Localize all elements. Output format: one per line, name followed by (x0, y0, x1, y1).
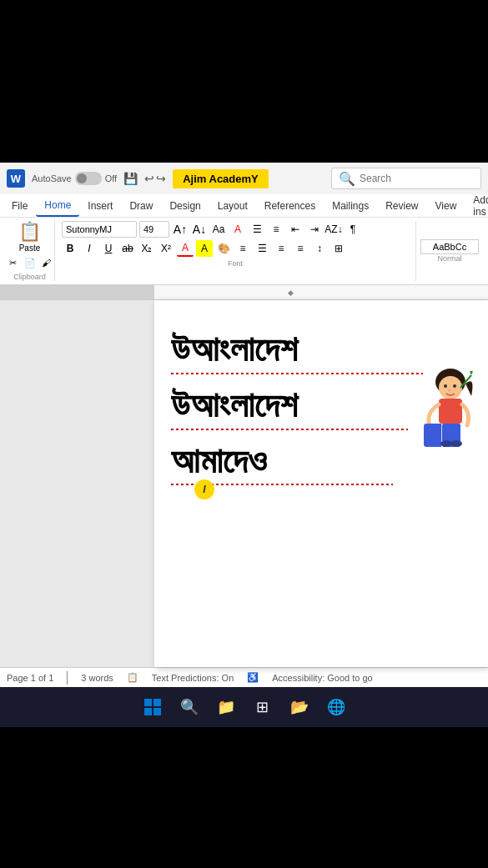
menu-references[interactable]: References (256, 196, 324, 216)
align-left-icon[interactable]: ≡ (234, 240, 251, 257)
ruler-left-margin (0, 285, 154, 299)
svg-rect-14 (144, 699, 152, 706)
font-color-icon[interactable]: A (177, 240, 194, 257)
highlight-icon[interactable]: A (196, 240, 213, 257)
autosave-toggle[interactable] (75, 172, 102, 185)
styles-preview[interactable]: AaBbCc (420, 239, 479, 254)
grow-font-icon[interactable]: A↑ (172, 221, 189, 238)
list-icon[interactable]: ☰ (249, 221, 265, 238)
menu-design[interactable]: Design (161, 196, 209, 216)
menu-bar: File Home Insert Draw Design Layout Refe… (0, 194, 488, 218)
document-title: Ajim AcademY (173, 169, 269, 188)
cut-icon[interactable]: ✂ (6, 255, 21, 270)
number-list-icon[interactable]: ≡ (268, 221, 284, 238)
ruler-marker-center: ◆ (288, 288, 294, 297)
search-box[interactable]: 🔍 (331, 168, 481, 189)
taskbar-explorer-icon[interactable]: 📂 (286, 694, 313, 720)
menu-layout[interactable]: Layout (209, 196, 256, 216)
align-right-icon[interactable]: ≡ (273, 240, 289, 257)
toggle-state-label: Off (105, 173, 117, 183)
cursor-dot: I (194, 479, 214, 499)
ruler-content: ◆ (154, 285, 488, 299)
menu-draw[interactable]: Draw (121, 196, 161, 216)
paste-button[interactable]: 📋 Paste (18, 221, 41, 253)
taskbar-files-icon[interactable]: 📁 (213, 694, 239, 720)
styles-normal-label: AaBbCc (433, 242, 466, 252)
clipboard-sub-icons: ✂ 📄 🖌 (6, 255, 54, 270)
document-area: উআংলাদেশ উআংলাদেশ আমাদেও I (0, 300, 488, 667)
word-application: W AutoSave Off 💾 ↩ ↪ Ajim AcademY 🔍 File… (0, 163, 488, 687)
document-page[interactable]: উআংলাদেশ উআংলাদেশ আমাদেও I (154, 300, 488, 667)
italic-button[interactable]: I (81, 240, 98, 257)
shrink-font-icon[interactable]: A↓ (191, 221, 208, 238)
menu-addins[interactable]: Add-ins (465, 190, 488, 222)
left-margin (0, 300, 154, 667)
indent-dec-icon[interactable]: ⇤ (287, 221, 304, 238)
word-count: 3 words (81, 673, 113, 683)
paste-icon: 📋 (18, 221, 41, 243)
para-icon[interactable]: ¶ (345, 221, 361, 238)
svg-point-12 (440, 440, 452, 447)
word-logo: W (7, 169, 25, 188)
menu-home[interactable]: Home (36, 195, 79, 217)
shading-icon[interactable]: 🎨 (215, 240, 232, 257)
menu-file[interactable]: File (3, 196, 36, 216)
subscript-icon[interactable]: X₂ (138, 240, 155, 257)
format-painter-icon[interactable]: 🖌 (39, 255, 54, 270)
toggle-knob (77, 173, 87, 183)
svg-rect-10 (442, 424, 450, 442)
font-row2: B I U ab X₂ X² A A 🎨 ≡ ☰ ≡ ≡ ↕ ⊞ (62, 240, 347, 257)
superscript-icon[interactable]: X² (158, 240, 174, 257)
svg-marker-6 (470, 371, 473, 375)
menu-insert[interactable]: Insert (79, 196, 121, 216)
taskbar-windows-icon[interactable] (139, 694, 166, 720)
menu-mailings[interactable]: Mailings (324, 196, 377, 216)
undo-icon[interactable]: ↩ (144, 172, 154, 185)
align-center-icon[interactable]: ☰ (254, 240, 270, 257)
svg-point-1 (439, 376, 462, 399)
font-row1: A↑ A↓ Aa A ☰ ≡ ⇤ ⇥ AZ↓ ¶ (62, 221, 361, 238)
underline-button[interactable]: U (100, 240, 117, 257)
font-label: Font (62, 259, 409, 268)
taskbar-edge-icon[interactable]: 🌐 (323, 694, 350, 720)
copy-icon[interactable]: 📄 (23, 255, 38, 270)
indent-inc-icon[interactable]: ⇥ (306, 221, 323, 238)
ribbon: 📋 Paste ✂ 📄 🖌 Clipboard A↑ A↓ Aa A ☰ ≡ ⇤ (0, 218, 488, 285)
svg-rect-15 (153, 699, 161, 706)
clear-format-icon[interactable]: A (229, 221, 246, 238)
sort-icon[interactable]: AZ↓ (325, 221, 342, 238)
taskbar-taskview-icon[interactable]: ⊞ (249, 694, 276, 720)
paste-label: Paste (19, 243, 41, 253)
search-icon: 🔍 (339, 171, 355, 187)
font-name-input[interactable] (62, 221, 137, 238)
svg-point-2 (444, 384, 447, 388)
styles-label: Normal (416, 254, 483, 263)
line-spacing-icon[interactable]: ↕ (311, 240, 328, 257)
bold-button[interactable]: B (62, 240, 78, 257)
svg-point-4 (448, 389, 451, 391)
clipboard-label: Clipboard (12, 273, 48, 281)
save-icon[interactable]: 💾 (123, 172, 138, 185)
justify-icon[interactable]: ≡ (292, 240, 309, 257)
illustration (400, 367, 484, 475)
change-case-icon[interactable]: Aa (210, 221, 227, 238)
status-bar: Page 1 of 1 3 words 📋 Text Predictions: … (0, 667, 488, 687)
undo-redo-buttons: ↩ ↪ (144, 172, 166, 185)
autosave-label: AutoSave (32, 173, 72, 183)
svg-point-13 (450, 440, 462, 447)
clipboard-group: 📋 Paste ✂ 📄 🖌 Clipboard (5, 221, 55, 281)
taskbar-search-icon[interactable]: 🔍 (176, 694, 203, 720)
borders-icon[interactable]: ⊞ (330, 240, 347, 257)
redo-icon[interactable]: ↪ (156, 172, 166, 185)
strikethrough-icon[interactable]: ab (119, 240, 136, 257)
font-size-input[interactable] (139, 221, 169, 238)
menu-view[interactable]: View (427, 196, 465, 216)
svg-rect-11 (452, 424, 460, 442)
ruler: ◆ (0, 285, 488, 300)
svg-rect-16 (144, 708, 152, 715)
styles-group: AaBbCc Normal (416, 221, 483, 281)
search-input[interactable] (360, 173, 468, 184)
menu-review[interactable]: Review (377, 196, 426, 216)
page-info: Page 1 of 1 (7, 673, 53, 683)
accessibility-icon: ♿ (247, 672, 259, 683)
